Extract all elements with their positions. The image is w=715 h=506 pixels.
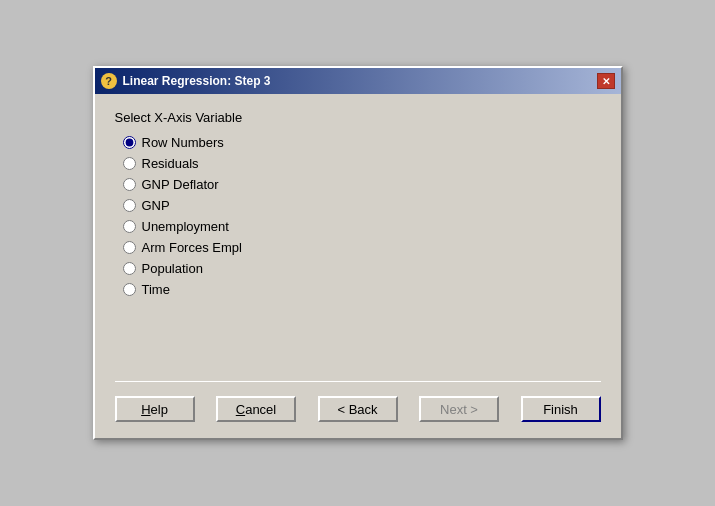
title-bar-left: ? Linear Regression: Step 3 bbox=[101, 73, 271, 89]
radio-label-gnp: GNP bbox=[142, 198, 170, 213]
radio-input-unemployment[interactable] bbox=[123, 220, 136, 233]
radio-label-arm-forces: Arm Forces Empl bbox=[142, 240, 242, 255]
dialog-window: ? Linear Regression: Step 3 ✕ Select X-A… bbox=[93, 66, 623, 440]
radio-item-population[interactable]: Population bbox=[123, 261, 601, 276]
radio-input-row-numbers[interactable] bbox=[123, 136, 136, 149]
radio-item-gnp-deflator[interactable]: GNP Deflator bbox=[123, 177, 601, 192]
section-label: Select X-Axis Variable bbox=[115, 110, 601, 125]
radio-input-gnp-deflator[interactable] bbox=[123, 178, 136, 191]
cancel-button[interactable]: Cancel bbox=[216, 396, 296, 422]
radio-label-unemployment: Unemployment bbox=[142, 219, 229, 234]
radio-label-row-numbers: Row Numbers bbox=[142, 135, 224, 150]
title-text: Linear Regression: Step 3 bbox=[123, 74, 271, 88]
button-row: Help Cancel < Back Next > Finish bbox=[115, 392, 601, 426]
radio-input-gnp[interactable] bbox=[123, 199, 136, 212]
divider bbox=[115, 381, 601, 382]
radio-item-unemployment[interactable]: Unemployment bbox=[123, 219, 601, 234]
radio-input-arm-forces[interactable] bbox=[123, 241, 136, 254]
radio-item-gnp[interactable]: GNP bbox=[123, 198, 601, 213]
close-button[interactable]: ✕ bbox=[597, 73, 615, 89]
radio-label-population: Population bbox=[142, 261, 203, 276]
radio-item-residuals[interactable]: Residuals bbox=[123, 156, 601, 171]
spacer bbox=[115, 313, 601, 373]
title-bar: ? Linear Regression: Step 3 ✕ bbox=[95, 68, 621, 94]
dialog-icon: ? bbox=[101, 73, 117, 89]
radio-label-gnp-deflator: GNP Deflator bbox=[142, 177, 219, 192]
radio-item-arm-forces[interactable]: Arm Forces Empl bbox=[123, 240, 601, 255]
window-body: Select X-Axis Variable Row Numbers Resid… bbox=[95, 94, 621, 438]
radio-input-residuals[interactable] bbox=[123, 157, 136, 170]
radio-input-population[interactable] bbox=[123, 262, 136, 275]
radio-item-time[interactable]: Time bbox=[123, 282, 601, 297]
radio-label-time: Time bbox=[142, 282, 170, 297]
help-button[interactable]: Help bbox=[115, 396, 195, 422]
radio-item-row-numbers[interactable]: Row Numbers bbox=[123, 135, 601, 150]
radio-label-residuals: Residuals bbox=[142, 156, 199, 171]
back-button[interactable]: < Back bbox=[318, 396, 398, 422]
radio-input-time[interactable] bbox=[123, 283, 136, 296]
next-button[interactable]: Next > bbox=[419, 396, 499, 422]
radio-group: Row Numbers Residuals GNP Deflator GNP U… bbox=[123, 135, 601, 297]
finish-button[interactable]: Finish bbox=[521, 396, 601, 422]
